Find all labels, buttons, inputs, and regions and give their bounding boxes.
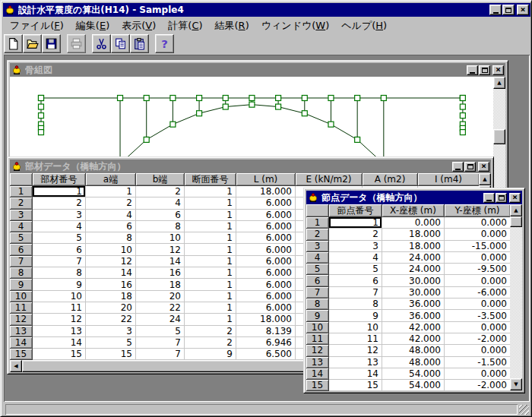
grid-cell[interactable]: 6.000: [236, 244, 296, 255]
grid-cell[interactable]: 9: [329, 310, 382, 321]
select-all-corner[interactable]: [306, 204, 329, 217]
row-header[interactable]: 9: [10, 279, 33, 290]
grid-cell[interactable]: 1: [185, 210, 236, 221]
grid-cell[interactable]: 24: [136, 314, 185, 325]
grid-cell[interactable]: 1: [185, 291, 236, 302]
maximize-button[interactable]: [464, 162, 476, 172]
row-header[interactable]: 5: [306, 264, 329, 275]
grid-cell[interactable]: 6.000: [236, 302, 296, 314]
column-header[interactable]: A (m2): [363, 173, 418, 186]
grid-cell[interactable]: 22: [136, 302, 185, 314]
menu-item-3[interactable]: 表示(V): [116, 17, 162, 35]
grid-cell[interactable]: 1: [185, 314, 236, 325]
grid-cell[interactable]: 0.000: [445, 217, 511, 229]
grid-cell[interactable]: 6.500: [236, 349, 296, 360]
row-header[interactable]: 1: [306, 217, 329, 229]
maximize-button[interactable]: [479, 65, 490, 75]
grid-cell[interactable]: 1: [185, 197, 236, 209]
grid-cell[interactable]: 20: [86, 302, 136, 314]
row-header[interactable]: 10: [10, 291, 33, 302]
grid-cell[interactable]: -3.500: [445, 310, 511, 321]
row-header[interactable]: 15: [306, 380, 329, 391]
grid-cell[interactable]: 8.139: [236, 326, 296, 337]
grid-cell[interactable]: 30.000: [382, 287, 445, 299]
grid-cell[interactable]: 7: [136, 337, 185, 349]
menu-item-2[interactable]: 編集(E): [70, 17, 116, 35]
grid-cell[interactable]: 18.000: [382, 229, 445, 240]
row-header[interactable]: 11: [306, 333, 329, 345]
grid-cell[interactable]: 54.000: [382, 380, 445, 391]
grid-cell[interactable]: 0.000: [445, 275, 511, 286]
minimize-button[interactable]: [489, 5, 502, 15]
menu-item-1[interactable]: ファイル(F): [4, 17, 70, 35]
grid-cell[interactable]: 18: [86, 291, 136, 302]
minimize-button[interactable]: [452, 162, 464, 172]
column-header[interactable]: a端: [86, 173, 136, 186]
grid-cell[interactable]: 2: [329, 229, 382, 240]
grid-cell[interactable]: 7: [33, 256, 86, 267]
maximize-button[interactable]: [496, 193, 507, 203]
menu-item-6[interactable]: ウィンドウ(W): [255, 17, 336, 35]
frame-window-titlebar[interactable]: 骨組図 ×: [10, 63, 505, 77]
grid-cell[interactable]: 6: [33, 244, 86, 255]
grid-cell[interactable]: -6.000: [445, 287, 511, 299]
grid-cell[interactable]: 10: [33, 291, 86, 302]
grid-cell[interactable]: 24.000: [382, 264, 445, 275]
grid-cell[interactable]: 18.000: [236, 186, 296, 197]
grid-cell[interactable]: 2: [33, 197, 86, 209]
row-header[interactable]: 6: [10, 244, 33, 255]
scroll-up-button[interactable]: ▲: [510, 204, 522, 216]
grid-cell[interactable]: 18.000: [382, 241, 445, 252]
grid-cell[interactable]: 15: [86, 349, 136, 360]
scroll-up-button[interactable]: ▲: [493, 77, 505, 89]
menu-item-5[interactable]: 結果(R): [209, 17, 255, 35]
row-header[interactable]: 2: [306, 229, 329, 240]
row-header[interactable]: 7: [306, 287, 329, 299]
grid-cell[interactable]: 15: [33, 349, 86, 360]
grid-cell[interactable]: 1: [185, 232, 236, 244]
grid-cell[interactable]: 13: [33, 326, 86, 337]
grid-cell[interactable]: 3: [33, 210, 86, 221]
row-header[interactable]: 13: [306, 357, 329, 368]
grid-cell[interactable]: 0.000: [445, 299, 511, 310]
grid-cell[interactable]: 6.000: [236, 267, 296, 279]
menu-item-7[interactable]: ヘルプ(H): [335, 17, 393, 35]
grid-cell[interactable]: 4: [136, 197, 185, 209]
grid-cell[interactable]: 11: [329, 333, 382, 345]
grid-cell[interactable]: 20: [136, 291, 185, 302]
close-button[interactable]: ×: [509, 193, 521, 203]
maximize-button[interactable]: [502, 5, 515, 15]
grid-cell[interactable]: 54.000: [382, 368, 445, 380]
save-button[interactable]: [42, 34, 61, 53]
row-header[interactable]: 7: [10, 256, 33, 267]
grid-cell[interactable]: 2: [136, 186, 185, 197]
column-header[interactable]: I (m4): [418, 173, 480, 186]
nodes-window-titlebar[interactable]: 節点データ（橋軸方向） ×: [306, 191, 522, 204]
cut-button[interactable]: [92, 34, 111, 53]
minimize-button[interactable]: [483, 193, 495, 203]
resize-grip[interactable]: [519, 405, 529, 415]
row-header[interactable]: 5: [10, 232, 33, 244]
grid-cell[interactable]: 9: [33, 279, 86, 290]
grid-cell[interactable]: 1: [185, 256, 236, 267]
grid-cell[interactable]: -1.500: [445, 357, 511, 368]
grid-cell[interactable]: 1: [33, 186, 86, 197]
grid-cell[interactable]: 6.946: [236, 337, 296, 349]
row-header[interactable]: 3: [306, 241, 329, 252]
grid-cell[interactable]: 1: [329, 217, 382, 229]
grid-cell[interactable]: -2.000: [445, 333, 511, 345]
grid-cell[interactable]: -15.000: [445, 241, 511, 252]
grid-cell[interactable]: 16: [86, 279, 136, 290]
scroll-up-button[interactable]: ▲: [479, 173, 491, 185]
row-header[interactable]: 3: [10, 210, 33, 221]
column-header[interactable]: Y-座標 (m): [445, 204, 511, 217]
grid-cell[interactable]: 22: [86, 314, 136, 325]
close-button[interactable]: ×: [478, 162, 489, 172]
grid-cell[interactable]: 0.000: [382, 217, 445, 229]
grid-cell[interactable]: 0.000: [445, 322, 511, 333]
grid-cell[interactable]: 0.000: [445, 252, 511, 264]
grid-cell[interactable]: -2.000: [445, 380, 511, 391]
grid-cell[interactable]: 13: [329, 357, 382, 368]
new-document-button[interactable]: [4, 34, 23, 53]
grid-cell[interactable]: 6.000: [236, 291, 296, 302]
